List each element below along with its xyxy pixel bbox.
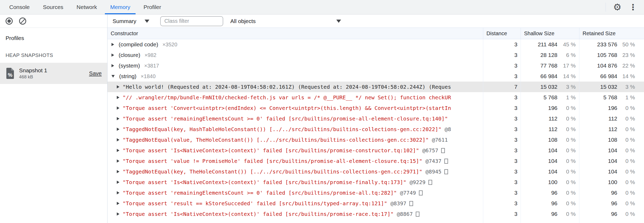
gear-icon[interactable]: ⚙ [613, 3, 621, 12]
snapshot-toolbar: Summary All objects [108, 15, 644, 28]
constructor-cell: "TaggedNotEqual(key, TheHoleConstant()) … [108, 166, 483, 177]
shallow-size-cell: 1000 % [521, 179, 579, 185]
table-row[interactable]: "Torque assert 'Convert<uintptr>(endInde… [108, 103, 644, 113]
expander-icon[interactable] [117, 117, 119, 120]
expander-icon[interactable] [117, 138, 119, 141]
column-header-constructor[interactable]: Constructor [108, 28, 483, 39]
table-row[interactable]: "Torque assert 'remainingElementsCount >… [108, 113, 644, 124]
retained-size-cell: 1960 % [579, 105, 644, 111]
expander-icon[interactable] [117, 96, 119, 99]
snapshot-list-item[interactable]: % Snapshot 1 468 kB Save [0, 63, 107, 84]
tab-label: Sources [43, 4, 63, 10]
shallow-size-cell: 960 % [521, 200, 579, 207]
constructor-name: "Torque assert 'Convert<uintptr>(endInde… [123, 105, 451, 111]
retained-size-cell: 960 % [579, 190, 644, 196]
expander-icon[interactable] [111, 75, 115, 78]
table-row[interactable]: (compiled code) ×3520 3 211 48445 % 233 … [108, 39, 644, 50]
save-snapshot-link[interactable]: Save [89, 70, 102, 77]
constructor-name: (system) [119, 63, 140, 69]
table-row[interactable]: "Torque assert 'value != PromiseHole' fa… [108, 156, 644, 166]
column-header-retained-size[interactable]: Retained Size [579, 28, 644, 39]
table-row[interactable]: "TaggedNotEqual(value, TheHoleConstant()… [108, 135, 644, 145]
distance-cell: 3 [483, 147, 521, 154]
constructor-name: "Torque assert 'Is<NativeContext>(contex… [123, 179, 406, 185]
column-header-distance[interactable]: Distance [483, 28, 521, 39]
object-id: @6757 [422, 147, 438, 154]
retained-size-cell: 15 0323 % [579, 84, 644, 90]
retained-size-cell: 1040 % [579, 147, 644, 154]
distance-cell: 3 [483, 126, 521, 132]
tab-console[interactable]: Console [3, 0, 36, 14]
constructor-cell: "// .wrangler/tmp/bundle-FmNIt0/checked-… [108, 92, 483, 103]
class-filter-input[interactable] [160, 16, 223, 26]
tab-sources[interactable]: Sources [36, 0, 70, 14]
objects-scope-select[interactable]: All objects [230, 18, 341, 24]
distance-cell: 3 [483, 94, 521, 101]
tab-network[interactable]: Network [70, 0, 104, 14]
retained-size-cell: 66 98414 % [579, 73, 644, 79]
retained-size-cell: 1040 % [579, 168, 644, 175]
constructor-cell: "TaggedNotEqual(key, HashTableHoleConsta… [108, 124, 483, 135]
shallow-size-cell: 960 % [521, 211, 579, 217]
table-row[interactable]: (closure) ×982 3 28 1286 % 105 76823 % [108, 50, 644, 60]
record-icon[interactable] [6, 17, 13, 25]
expander-icon[interactable] [117, 170, 119, 173]
constructor-name: "TaggedNotEqual(key, TheHoleConstant()) … [123, 168, 422, 175]
constructor-name: "Hello world! (Requested at: 2024-08-19T… [123, 84, 451, 90]
missing-glyph-icon [419, 190, 423, 195]
table-row[interactable]: (string) ×1840 3 66 98414 % 66 98414 % [108, 71, 644, 82]
shallow-size-cell: 211 48445 % [521, 41, 579, 48]
table-row[interactable]: "Torque assert 'Is<NativeContext>(contex… [108, 177, 644, 188]
perspective-select[interactable]: Summary [113, 18, 149, 24]
instance-count: ×1840 [141, 73, 155, 79]
table-row[interactable]: (system) ×3817 3 77 76817 % 104 87622 % [108, 60, 644, 71]
table-row[interactable]: "// .wrangler/tmp/bundle-FmNIt0/checked-… [108, 92, 644, 103]
expander-icon[interactable] [117, 191, 119, 194]
expander-icon[interactable] [117, 212, 119, 216]
tab-profiler[interactable]: Profiler [137, 0, 168, 14]
table-row[interactable]: "Torque assert 'Is<NativeContext>(contex… [108, 209, 644, 219]
expander-icon[interactable] [117, 128, 119, 131]
object-id: @8945 [426, 168, 441, 175]
retained-size-cell: 233 57650 % [579, 41, 644, 48]
expander-icon[interactable] [111, 43, 114, 46]
toolbar-divider [606, 3, 606, 12]
retained-size-cell: 960 % [579, 200, 644, 207]
table-row[interactable]: "TaggedNotEqual(key, HashTableHoleConsta… [108, 124, 644, 135]
expander-icon[interactable] [117, 159, 119, 163]
expander-icon[interactable] [111, 64, 114, 67]
expander-icon[interactable] [117, 181, 119, 184]
expander-icon[interactable] [111, 53, 114, 57]
instance-count: ×982 [145, 52, 156, 58]
distance-cell: 3 [483, 211, 521, 217]
expander-icon[interactable] [117, 202, 119, 205]
column-header-shallow-size[interactable]: Shallow Size [521, 28, 579, 39]
constructor-cell: "Torque assert 'value != PromiseHole' fa… [108, 156, 483, 166]
clear-icon[interactable] [19, 17, 26, 25]
constructor-cell: (closure) ×982 [108, 50, 483, 60]
object-id: @7611 [432, 137, 448, 143]
missing-glyph-icon [441, 148, 445, 153]
constructor-cell: "Torque assert 'Is<NativeContext>(contex… [108, 209, 483, 219]
tab-memory[interactable]: Memory [104, 0, 137, 14]
heap-snapshots-section-header: HEAP SNAPSHOTS [0, 52, 107, 58]
table-row[interactable]: "TaggedNotEqual(key, TheHoleConstant()) … [108, 166, 644, 177]
devtools-memory-panel: Console Sources Network Memory Profiler … [0, 0, 644, 223]
object-id: @9229 [410, 179, 426, 185]
table-row[interactable]: "Torque assert 'result == kStoreSucceded… [108, 198, 644, 209]
table-row[interactable]: "Torque assert 'Is<NativeContext>(contex… [108, 145, 644, 156]
snapshot-name: Snapshot 1 [19, 67, 47, 74]
expander-icon[interactable] [117, 106, 119, 110]
constructor-cell: (system) ×3817 [108, 60, 483, 71]
expander-icon[interactable] [117, 149, 119, 152]
grid-header-row: Constructor Distance Shallow Size Retain… [108, 28, 644, 39]
distance-cell: 3 [483, 190, 521, 196]
retained-size-cell: 5 7681 % [579, 94, 644, 101]
table-row[interactable]: "Hello world! (Requested at: 2024-08-19T… [108, 82, 644, 92]
tab-label: Profiler [144, 4, 161, 10]
object-id: @7749 [400, 190, 416, 196]
kebab-menu-icon[interactable]: ⋮ [629, 3, 637, 11]
table-row[interactable]: "Torque assert 'remainingElementsCount >… [108, 188, 644, 198]
constructor-name: (string) [119, 73, 136, 79]
expander-icon[interactable] [117, 85, 119, 88]
